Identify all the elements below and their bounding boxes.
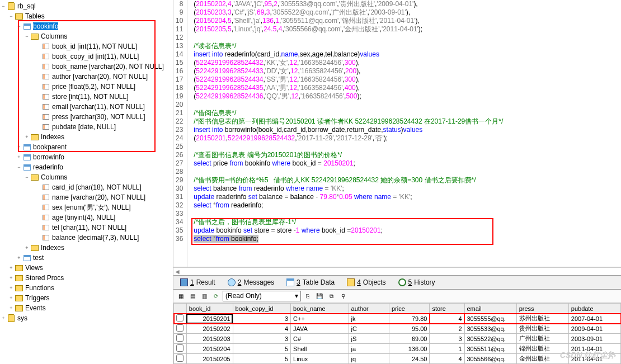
cell[interactable]: 锦州出版社 [516, 344, 568, 354]
cell[interactable]: 20150203 [186, 334, 233, 344]
cell[interactable]: 5 [233, 344, 290, 354]
code-area[interactable]: (20150202,4,'JAVA','jC',95,2,'3055533@qq… [188, 0, 621, 243]
cell[interactable]: 3055533@qq. [464, 324, 516, 334]
table-test[interactable]: +test [0, 253, 173, 263]
col-store[interactable]: store [430, 304, 464, 314]
col-book_id[interactable]: book_id [186, 304, 233, 314]
cell[interactable]: jC [349, 324, 389, 334]
column-node[interactable]: balance [decimal(7,3), NULL] [0, 233, 173, 243]
cell[interactable]: 3 [233, 334, 290, 344]
cell[interactable]: 2 [430, 324, 464, 334]
table-row[interactable]: 201502033C#jS69.0033055522@qq.广州出版社2003-… [174, 334, 621, 344]
tables-folder[interactable]: −Tables [0, 11, 173, 21]
column-node[interactable]: press [varchar(30), NOT NULL] [0, 112, 173, 122]
row-checkbox[interactable] [176, 354, 184, 362]
cell[interactable]: 79.80 [389, 314, 429, 324]
cell[interactable]: 3055566@qq. [464, 354, 516, 364]
columns-folder[interactable]: −Columns [0, 31, 173, 41]
cell[interactable]: 136.00 [389, 344, 429, 354]
col-email[interactable]: email [464, 304, 516, 314]
column-node[interactable]: book_copy_id [int(11), NULL] [0, 51, 173, 62]
export-icon[interactable]: ⎘ [303, 291, 313, 301]
column-node[interactable]: card_id [char(18), NOT NULL] [0, 182, 173, 192]
indexes-folder[interactable]: +Indexes [0, 132, 173, 142]
tab-result[interactable]: 1Result [177, 277, 219, 287]
row-checkbox[interactable] [176, 314, 184, 322]
tab-objects[interactable]: 4Objects [344, 277, 389, 287]
cell[interactable]: 20150201 [186, 314, 233, 324]
tab-tabledata[interactable]: 3Table Data [283, 277, 338, 287]
copy-icon[interactable]: ⧉ [326, 291, 336, 301]
cell[interactable]: C++ [291, 314, 349, 324]
column-node[interactable]: author [varchar(20), NOT NULL] [0, 72, 173, 82]
cell[interactable]: 20150202 [186, 324, 233, 334]
cell[interactable]: 20150205 [186, 354, 233, 364]
indexes-folder[interactable]: +Indexes [0, 243, 173, 253]
cell[interactable]: 广州出版社 [516, 334, 568, 344]
table-borrowinfo[interactable]: +borrowinfo [0, 152, 173, 162]
cell[interactable]: jS [349, 334, 389, 344]
table-row[interactable]: 201502055Linuxjq24.5043055566@qq.金州出版社20… [174, 354, 621, 364]
cell[interactable]: ja [349, 344, 389, 354]
cell[interactable]: 贵州出版社 [516, 324, 568, 334]
cell[interactable]: 24.50 [389, 354, 429, 364]
cell[interactable]: Shell [291, 344, 349, 354]
sql-editor[interactable]: 8910111213141516171819202122232425262728… [173, 0, 621, 267]
col-author[interactable]: author [349, 304, 389, 314]
column-node[interactable]: book_id [int(11), NOT NULL] [0, 41, 173, 51]
cell[interactable]: 金州出版社 [516, 354, 568, 364]
tab-messages[interactable]: 2Messages [224, 277, 277, 287]
column-node[interactable]: price [float(5,2), NOT NULL] [0, 82, 173, 92]
db-tree[interactable]: −rb_sql −Tables −bookinfo −Columns book_… [0, 0, 173, 364]
cell[interactable]: 3055522@qq. [464, 334, 516, 344]
cell[interactable]: 4 [430, 314, 464, 324]
refresh-icon[interactable]: ⟳ [211, 291, 221, 301]
col-price[interactable]: price [389, 304, 429, 314]
cell[interactable]: 95.00 [389, 324, 429, 334]
db-node[interactable]: −rb_sql [0, 1, 173, 11]
cell[interactable]: 2011-04-01 [568, 344, 620, 354]
table-row[interactable]: 201502045Shellja136.0013055511@qq.锦州出版社2… [174, 344, 621, 354]
cell[interactable]: jq [349, 354, 389, 364]
save-icon[interactable]: 💾 [314, 291, 324, 301]
column-node[interactable]: name [varchar(20), NOT NULL] [0, 192, 173, 202]
column-node[interactable]: pubdate [date, NULL] [0, 122, 173, 132]
row-checkbox[interactable] [176, 324, 184, 332]
cell[interactable]: JAVA [291, 324, 349, 334]
cell[interactable]: 1 [430, 344, 464, 354]
grid-view-icon[interactable]: ▦ [176, 291, 186, 301]
cell[interactable]: 3055555@qq. [464, 314, 516, 324]
table-readerinfo[interactable]: −readerinfo [0, 162, 173, 172]
scroll-left-icon[interactable]: ◄ [173, 267, 181, 275]
filter-icon[interactable]: ⚲ [338, 291, 348, 301]
column-node[interactable]: store [int(11), NOT NULL] [0, 92, 173, 102]
result-grid[interactable]: book_idbook_copy_idbook_nameauthorprices… [173, 303, 621, 364]
cell[interactable]: 2007-04-01 [568, 314, 620, 324]
cell[interactable]: C# [291, 334, 349, 344]
cell[interactable]: 20150204 [186, 344, 233, 354]
row-checkbox[interactable] [176, 344, 184, 352]
col-pubdate[interactable]: pubdate [568, 304, 620, 314]
column-node[interactable]: book_name [varchar(20), NOT NULL] [0, 62, 173, 72]
cell[interactable]: 2009-04-01 [568, 324, 620, 334]
cell[interactable]: 5 [233, 354, 290, 364]
db-sys[interactable]: +sys [0, 313, 173, 323]
readonly-indicator[interactable]: (Read Only) ▾ [223, 291, 301, 301]
col-press[interactable]: press [516, 304, 568, 314]
column-node[interactable]: tel [char(11), NOT NULL] [0, 223, 173, 233]
table-bookinfo[interactable]: −bookinfo [0, 21, 173, 31]
row-checkbox[interactable] [176, 334, 184, 342]
cell[interactable]: 3055511@qq. [464, 344, 516, 354]
cell[interactable]: 3 [233, 314, 290, 324]
folder-functions[interactable]: +Functions [0, 283, 173, 293]
folder-triggers[interactable]: +Triggers [0, 293, 173, 303]
text-view-icon[interactable]: ▥ [199, 291, 209, 301]
cell[interactable]: 2003-09-01 [568, 334, 620, 344]
cell[interactable]: 4 [233, 324, 290, 334]
cell[interactable]: 4 [430, 354, 464, 364]
column-node[interactable]: sex [enum('男','女'), NULL] [0, 202, 173, 212]
column-node[interactable]: age [tinyint(4), NULL] [0, 212, 173, 223]
table-bookparent[interactable]: +bookparent [0, 142, 173, 152]
col-book_copy_id[interactable]: book_copy_id [233, 304, 290, 314]
tab-history[interactable]: 5History [395, 277, 439, 287]
